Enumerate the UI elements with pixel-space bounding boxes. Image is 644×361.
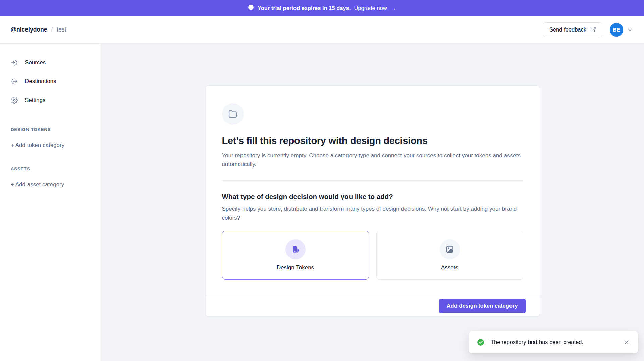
- option-label: Design Tokens: [277, 264, 314, 271]
- send-feedback-button[interactable]: Send feedback: [543, 22, 602, 37]
- category-options: Design Tokens Asset: [222, 231, 523, 280]
- avatar: BE: [610, 23, 623, 37]
- sidebar-item-sources[interactable]: Sources: [0, 53, 101, 72]
- breadcrumb-org[interactable]: @nicelydone: [11, 26, 47, 33]
- question-title: What type of design decision would you l…: [222, 193, 523, 201]
- sidebar-item-label: Settings: [25, 97, 45, 104]
- toast-message-prefix: The repository: [491, 339, 528, 345]
- option-design-tokens[interactable]: Design Tokens: [222, 231, 369, 280]
- section-title-assets: ASSETS: [11, 166, 101, 171]
- image-icon: [445, 245, 454, 254]
- page-subtitle: Your repository is currently empty. Choo…: [222, 151, 523, 168]
- breadcrumb-separator: /: [51, 26, 53, 33]
- sidebar-item-label: Destinations: [25, 78, 56, 85]
- breadcrumb-repo[interactable]: test: [57, 26, 66, 33]
- account-menu-button[interactable]: BE: [610, 23, 633, 37]
- sidebar: Sources Destinations Settings DESIGN TOK…: [0, 44, 101, 361]
- toast-notification: The repository test has been created.: [469, 331, 638, 353]
- check-circle-icon: [477, 338, 485, 346]
- arrow-out-of-circle-icon: [11, 78, 18, 85]
- folder-badge: [222, 103, 244, 125]
- upgrade-link[interactable]: Upgrade now: [354, 5, 387, 11]
- page-title: Let’s fill this repository with design d…: [222, 135, 523, 146]
- add-token-category-link[interactable]: + Add token category: [11, 142, 101, 149]
- chevron-down-icon: [627, 26, 633, 33]
- toast-repo-name: test: [528, 339, 537, 345]
- option-label: Assets: [441, 264, 458, 271]
- question-hint: Specify helps you store, distribute and …: [222, 205, 523, 222]
- info-icon: [248, 4, 254, 12]
- toast-message-suffix: has been created.: [537, 339, 583, 345]
- external-link-icon: [590, 27, 596, 33]
- add-asset-category-link[interactable]: + Add asset category: [11, 181, 101, 188]
- sidebar-item-label: Sources: [25, 59, 46, 66]
- header: @nicelydone / test Send feedback BE: [0, 16, 644, 44]
- section-title-design-tokens: DESIGN TOKENS: [11, 127, 101, 132]
- sidebar-item-destinations[interactable]: Destinations: [0, 72, 101, 91]
- breadcrumb: @nicelydone / test: [11, 26, 66, 33]
- arrow-into-circle-icon: [11, 59, 18, 66]
- option-circle: [285, 239, 306, 259]
- card-footer: Add design token category: [206, 295, 540, 316]
- header-actions: Send feedback BE: [543, 22, 633, 37]
- folder-icon: [228, 110, 237, 118]
- option-assets[interactable]: Assets: [376, 231, 523, 280]
- trial-message: Your trial period expires in 15 days.: [258, 5, 351, 11]
- arrow-right-icon: →: [391, 5, 397, 11]
- sidebar-item-settings[interactable]: Settings: [0, 91, 101, 110]
- empty-repository-card: Let’s fill this repository with design d…: [205, 85, 540, 317]
- add-design-token-category-button[interactable]: Add design token category: [439, 299, 526, 313]
- divider: [222, 180, 523, 181]
- gear-icon: [11, 97, 18, 104]
- swatch-icon: [291, 245, 300, 254]
- trial-banner: Your trial period expires in 15 days. Up…: [0, 0, 644, 16]
- close-icon[interactable]: [623, 339, 630, 346]
- toast-message: The repository test has been created.: [491, 339, 583, 345]
- send-feedback-label: Send feedback: [549, 26, 586, 33]
- option-circle: [440, 239, 460, 259]
- main-content: Let’s fill this repository with design d…: [101, 44, 644, 361]
